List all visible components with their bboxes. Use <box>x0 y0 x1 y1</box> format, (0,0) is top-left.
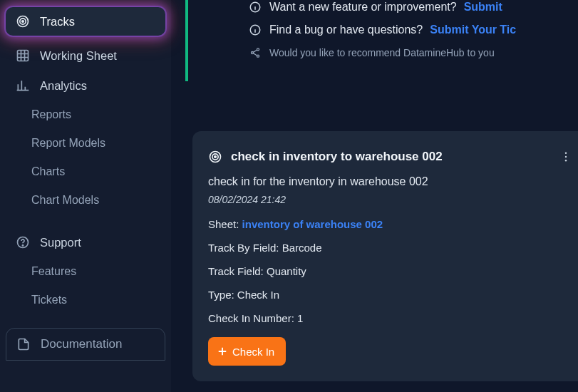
svg-point-10 <box>257 55 259 57</box>
card-more-button[interactable] <box>556 147 576 167</box>
plus-icon <box>215 344 229 359</box>
card-sheet-line: Sheet: inventory of warehouse 002 <box>208 218 576 230</box>
help-circle-icon <box>16 235 30 249</box>
target-icon <box>208 150 222 164</box>
sidebar-item-report-models[interactable]: Report Models <box>6 130 165 157</box>
notice-text: Find a bug or have questions? <box>269 24 423 36</box>
sidebar-label: Support <box>40 236 81 249</box>
sidebar-label: Working Sheet <box>40 49 117 63</box>
info-circle-icon <box>248 23 262 37</box>
sidebar-item-charts[interactable]: Charts <box>6 158 165 185</box>
sidebar-item-chart-models[interactable]: Chart Models <box>6 187 165 214</box>
sidebar-label: Documentation <box>41 337 122 351</box>
svg-point-8 <box>257 48 259 51</box>
notice-text: Want a new feature or improvement? <box>269 1 457 14</box>
sidebar: Tracks Working Sheet Analytics Reports R… <box>0 0 171 392</box>
card-checkinnum-line: Check In Number: 1 <box>208 312 576 324</box>
svg-point-2 <box>22 21 24 23</box>
card-trackby-line: Track By Field: Barcode <box>208 242 576 254</box>
notice-panel: Want a new feature or improvement? Submi… <box>185 0 578 81</box>
card-description: check in for the inventory in warehouse … <box>208 175 576 188</box>
card-date: 08/02/2024 21:42 <box>208 194 576 205</box>
document-icon <box>16 337 31 351</box>
submit-feature-link[interactable]: Submit <box>464 1 502 14</box>
sidebar-label: Reports <box>31 108 71 120</box>
svg-rect-3 <box>18 51 29 61</box>
sidebar-label: Charts <box>31 165 65 177</box>
target-icon <box>16 14 30 29</box>
sidebar-item-features[interactable]: Features <box>6 258 165 285</box>
svg-point-9 <box>251 51 253 53</box>
check-in-button[interactable]: Check In <box>208 337 286 366</box>
sidebar-label: Tickets <box>31 294 67 306</box>
sidebar-item-tracks[interactable]: Tracks <box>6 7 165 36</box>
notice-text: Would you like to recommend DatamineHub … <box>269 47 495 58</box>
sidebar-item-documentation[interactable]: Documentation <box>6 328 165 361</box>
sheet-label: Sheet: <box>208 218 239 230</box>
sidebar-label: Analytics <box>40 79 87 93</box>
notice-bug-row: Find a bug or have questions? Submit You… <box>248 23 578 37</box>
info-circle-icon <box>248 0 262 14</box>
chart-bar-icon <box>16 78 30 93</box>
sidebar-label: Report Models <box>31 137 105 149</box>
sidebar-item-tickets[interactable]: Tickets <box>6 287 165 314</box>
submit-ticket-link[interactable]: Submit Your Tic <box>430 24 516 36</box>
check-in-button-label: Check In <box>232 346 274 358</box>
main-content: Want a new feature or improvement? Submi… <box>171 0 578 392</box>
sidebar-label: Chart Models <box>31 194 99 206</box>
notice-feature-row: Want a new feature or improvement? Submi… <box>248 0 578 14</box>
svg-point-5 <box>22 245 23 246</box>
svg-point-16 <box>565 160 567 161</box>
svg-point-15 <box>565 156 567 158</box>
sidebar-label: Features <box>31 265 76 277</box>
sheet-link[interactable]: inventory of warehouse 002 <box>242 218 383 230</box>
sidebar-item-analytics[interactable]: Analytics <box>6 71 165 100</box>
card-trackfield-line: Track Field: Quantity <box>208 265 576 277</box>
sidebar-item-support[interactable]: Support <box>6 228 165 257</box>
share-icon <box>248 46 262 60</box>
card-title: check in inventory to warehouse 002 <box>231 150 443 164</box>
svg-point-14 <box>565 153 567 154</box>
card-type-line: Type: Check In <box>208 289 576 301</box>
svg-point-13 <box>215 156 217 158</box>
track-card: check in inventory to warehouse 002 chec… <box>192 131 578 381</box>
sidebar-item-working-sheet[interactable]: Working Sheet <box>6 41 165 70</box>
grid-icon <box>16 48 30 63</box>
sidebar-item-reports[interactable]: Reports <box>6 101 165 128</box>
notice-recommend-row: Would you like to recommend DatamineHub … <box>248 46 578 60</box>
sidebar-label: Tracks <box>40 15 75 29</box>
